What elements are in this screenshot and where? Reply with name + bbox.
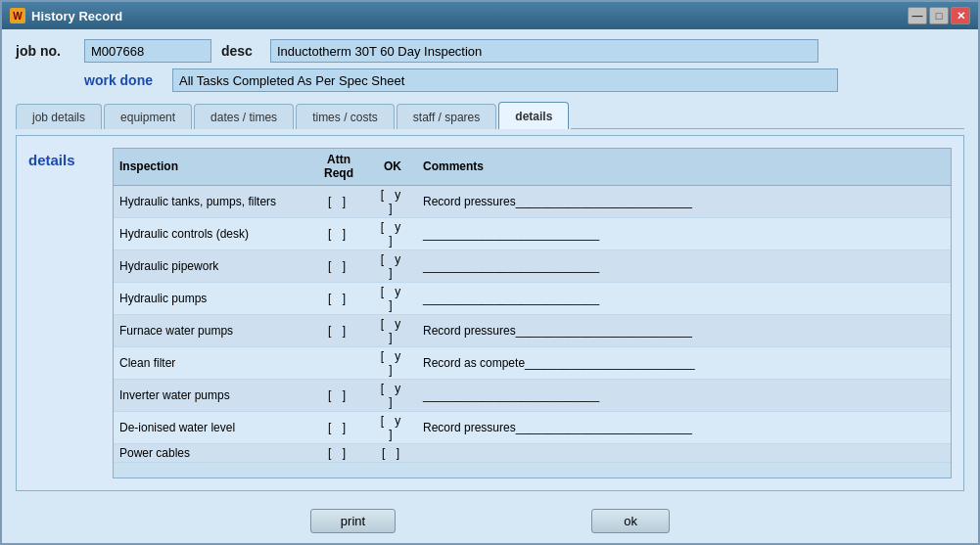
close-button[interactable]: ✕ bbox=[951, 7, 970, 24]
cell-inspection: Hydraulic tanks, pumps, filters bbox=[114, 185, 309, 217]
cell-ok: [ y ] bbox=[368, 250, 417, 282]
job-no-input[interactable] bbox=[84, 39, 211, 63]
cell-attn: [ ] bbox=[309, 282, 368, 314]
table-row: Furnace water pumps [ ] [ y ] Record pre… bbox=[114, 314, 951, 346]
tab-details[interactable]: details bbox=[498, 102, 569, 129]
history-record-window: W History Record — □ ✕ job no. desc work… bbox=[0, 0, 980, 545]
table-row: Hydraulic pipework [ ] [ y ] ___________… bbox=[114, 250, 951, 282]
cell-inspection: Hydraulic pipework bbox=[114, 250, 309, 282]
cell-inspection: Power cables bbox=[114, 443, 309, 462]
cell-inspection: Furnace water pumps bbox=[114, 314, 309, 346]
tab-job-details[interactable]: job details bbox=[16, 104, 102, 129]
ok-button[interactable]: ok bbox=[591, 509, 670, 533]
job-desc-row: job no. desc bbox=[16, 39, 964, 63]
cell-attn: [ ] bbox=[309, 217, 368, 250]
cell-attn: [ ] bbox=[309, 250, 368, 282]
desc-input[interactable] bbox=[270, 39, 818, 63]
cell-ok: [ y ] bbox=[368, 379, 417, 411]
details-section-label: details bbox=[28, 148, 97, 478]
main-content: job no. desc work done job details equip… bbox=[2, 29, 978, 501]
inspection-table-container: Inspection AttnReqd OK Comments bbox=[113, 148, 952, 478]
cell-attn: [ ] bbox=[309, 379, 368, 411]
cell-attn: [ ] bbox=[309, 411, 368, 443]
cell-attn: [ ] bbox=[309, 185, 368, 217]
table-row: Hydraulic pumps [ ] [ y ] ______________… bbox=[114, 282, 951, 314]
tab-dates-times[interactable]: dates / times bbox=[194, 104, 294, 129]
cell-attn: [ ] bbox=[309, 314, 368, 346]
cell-comment: ___________________________ bbox=[417, 282, 951, 314]
th-inspection: Inspection bbox=[114, 149, 309, 185]
cell-comment: Record pressures________________________… bbox=[417, 314, 951, 346]
table-row: Hydraulic controls (desk) [ ] [ y ] ____… bbox=[114, 217, 951, 250]
cell-ok: [ ] bbox=[368, 443, 417, 462]
cell-ok: [ y ] bbox=[368, 314, 417, 346]
th-attn-reqd: AttnReqd bbox=[309, 149, 368, 185]
print-button[interactable]: print bbox=[310, 509, 396, 533]
cell-inspection: Clean filter bbox=[114, 346, 309, 379]
cell-ok: [ y ] bbox=[368, 346, 417, 379]
table-row: Inverter water pumps [ ] [ y ] _________… bbox=[114, 379, 951, 411]
table-row: De-ionised water level [ ] [ y ] Record … bbox=[114, 411, 951, 443]
work-done-label: work done bbox=[84, 72, 163, 88]
app-icon: W bbox=[10, 8, 25, 23]
window-title: History Record bbox=[31, 9, 122, 23]
tab-times-costs[interactable]: times / costs bbox=[296, 104, 395, 129]
cell-ok: [ y ] bbox=[368, 411, 417, 443]
work-done-input[interactable] bbox=[172, 68, 838, 92]
cell-comment: Record pressures________________________… bbox=[417, 411, 951, 443]
cell-ok: [ y ] bbox=[368, 282, 417, 314]
table-row: Power cables [ ] [ ] bbox=[114, 443, 951, 462]
tab-staff-spares[interactable]: staff / spares bbox=[397, 104, 496, 129]
cell-inspection: Hydraulic controls (desk) bbox=[114, 217, 309, 250]
cell-attn: [ ] bbox=[309, 443, 368, 462]
cell-comment: ___________________________ bbox=[417, 250, 951, 282]
cell-ok: [ y ] bbox=[368, 217, 417, 250]
cell-comment: Record pressures________________________… bbox=[417, 185, 951, 217]
th-ok: OK bbox=[368, 149, 417, 185]
table-scroll-area[interactable]: Inspection AttnReqd OK Comments bbox=[114, 149, 951, 477]
table-row: Clean filter [ y ] Record as compete____… bbox=[114, 346, 951, 379]
th-comments: Comments bbox=[417, 149, 951, 185]
cell-inspection: Inverter water pumps bbox=[114, 379, 309, 411]
cell-inspection: Hydraulic pumps bbox=[114, 282, 309, 314]
details-panel: details Inspection AttnReqd bbox=[16, 135, 964, 491]
minimize-button[interactable]: — bbox=[908, 7, 927, 24]
job-no-label: job no. bbox=[16, 43, 74, 59]
tabs-row: job details equipment dates / times time… bbox=[16, 102, 964, 129]
footer: print ok bbox=[2, 501, 978, 543]
window-controls: — □ ✕ bbox=[908, 7, 970, 24]
tab-equipment[interactable]: equipment bbox=[104, 104, 192, 129]
desc-label: desc bbox=[221, 43, 260, 59]
title-bar: W History Record — □ ✕ bbox=[2, 2, 978, 29]
cell-comment: Record as compete_______________________… bbox=[417, 346, 951, 379]
cell-attn bbox=[309, 346, 368, 379]
cell-comment: ___________________________ bbox=[417, 217, 951, 250]
cell-comment bbox=[417, 443, 951, 462]
table-header-row: Inspection AttnReqd OK Comments bbox=[114, 149, 951, 185]
cell-ok: [ y ] bbox=[368, 185, 417, 217]
cell-inspection: De-ionised water level bbox=[114, 411, 309, 443]
cell-comment: ___________________________ bbox=[417, 379, 951, 411]
workdone-row: work done bbox=[16, 68, 964, 92]
maximize-button[interactable]: □ bbox=[929, 7, 949, 24]
table-row: Hydraulic tanks, pumps, filters [ ] [ y … bbox=[114, 185, 951, 217]
inspection-table: Inspection AttnReqd OK Comments bbox=[114, 149, 951, 463]
